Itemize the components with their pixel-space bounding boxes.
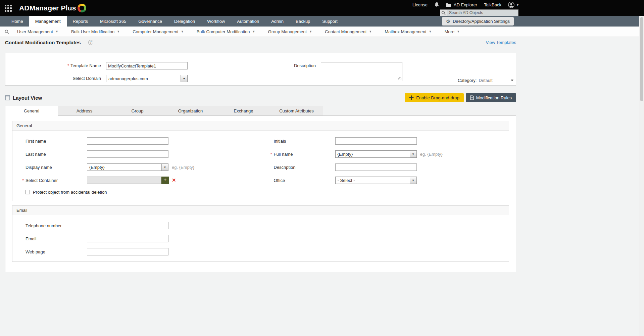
submenu-item-bulk-computer-modification[interactable]: Bulk Computer Modification▼ <box>190 29 262 34</box>
content-area: *Template Name Select Domain admanagerpl… <box>5 53 516 272</box>
chevron-down-icon: ▼ <box>161 164 168 171</box>
nav-tab-support[interactable]: Support <box>316 16 344 27</box>
search-ad-objects-input[interactable] <box>447 9 518 16</box>
tab-address[interactable]: Address <box>58 106 111 115</box>
office-select[interactable]: - Select - ▼ <box>335 177 417 184</box>
telephone-number-label: Telephone number <box>12 223 87 228</box>
initials-input[interactable] <box>335 137 417 145</box>
settings-button-label: Directory/Application Settings <box>453 19 510 24</box>
email-group-header: Email <box>12 206 509 215</box>
tab-custom-attributes[interactable]: Custom Attributes <box>270 106 323 115</box>
submenu-item-computer-management[interactable]: Computer Management▼ <box>126 29 190 34</box>
top-bar: ADManager Plus License AD Explorer TalkB… <box>0 0 644 16</box>
tab-organization[interactable]: Organization <box>164 106 217 115</box>
tab-general[interactable]: General <box>5 106 58 116</box>
chevron-down-icon: ▼ <box>117 30 120 33</box>
page-title: Contact Modification Templates <box>5 40 81 45</box>
add-container-button[interactable]: + <box>161 177 169 184</box>
last-name-label: Last name <box>12 152 87 157</box>
user-avatar-icon[interactable]: ▾ <box>508 2 518 8</box>
resize-grip-icon[interactable] <box>398 77 401 80</box>
nav-tab-governance[interactable]: Governance <box>132 16 168 27</box>
full-name-hint: eg. {Empty} <box>420 152 443 157</box>
display-name-select[interactable]: {Empty} ▼ <box>87 163 168 171</box>
template-form-card: *Template Name Select Domain admanagerpl… <box>5 53 516 86</box>
submenu-item-user-management[interactable]: User Management▼ <box>11 29 65 34</box>
email-input[interactable] <box>87 235 168 242</box>
brand-logo: ADManager Plus <box>19 4 86 12</box>
nav-tab-workflow[interactable]: Workflow <box>201 16 231 27</box>
chevron-down-icon: ▼ <box>181 75 187 82</box>
submenu-item-group-management[interactable]: Group Management▼ <box>262 29 319 34</box>
brand-swirl-icon <box>78 4 86 12</box>
chevron-down-icon: ▼ <box>309 30 312 33</box>
description-field-label: Description <box>261 165 335 170</box>
clear-container-icon[interactable]: ✕ <box>172 177 176 183</box>
nav-tab-reports[interactable]: Reports <box>67 16 94 27</box>
general-group: General First name Initials Last name <box>12 121 509 201</box>
search-icon[interactable] <box>440 9 447 16</box>
chevron-down-icon: ▼ <box>252 30 255 33</box>
general-group-header: General <box>12 121 509 131</box>
tab-group[interactable]: Group <box>111 106 164 115</box>
main-nav: Home Management Reports Microsoft 365 Go… <box>0 16 644 27</box>
nav-tab-management[interactable]: Management <box>29 16 67 27</box>
nav-tab-home[interactable]: Home <box>5 16 29 27</box>
ad-explorer-label: AD Explorer <box>454 2 477 7</box>
category-label: Category: <box>458 78 477 83</box>
last-name-input[interactable] <box>87 150 168 158</box>
select-domain-dropdown[interactable]: admanagerplus.com ▼ <box>106 75 188 82</box>
apps-grid-icon[interactable] <box>5 5 12 12</box>
gear-icon: ⚙ <box>446 19 450 24</box>
description-input[interactable] <box>335 163 417 171</box>
submenu-item-more[interactable]: More▼ <box>438 29 466 34</box>
modification-rules-button[interactable]: Modification Rules <box>466 93 516 102</box>
layout-view-icon <box>5 95 10 100</box>
nav-tab-automation[interactable]: Automation <box>231 16 265 27</box>
office-label: Office <box>261 178 335 183</box>
first-name-input[interactable] <box>87 137 168 145</box>
full-name-select[interactable]: {Empty} ▼ <box>335 150 417 158</box>
chevron-down-icon: ▼ <box>369 30 372 33</box>
category-control[interactable]: Category: Default <box>458 78 513 83</box>
category-value: Default <box>479 78 492 83</box>
protect-object-checkbox[interactable] <box>26 190 30 194</box>
chevron-down-icon: ▼ <box>410 151 416 157</box>
submenu-search-icon[interactable] <box>3 30 11 34</box>
license-link[interactable]: License <box>412 2 428 7</box>
display-name-hint: eg. {Empty} <box>172 165 194 170</box>
nav-tab-admin[interactable]: Admin <box>265 16 290 27</box>
submenu-item-mailbox-management[interactable]: Mailbox Management▼ <box>378 29 438 34</box>
protect-object-label: Protect object from accidental deletion <box>33 190 107 195</box>
telephone-number-input[interactable] <box>87 222 168 229</box>
notification-bell-icon[interactable] <box>434 2 439 7</box>
ad-explorer-link[interactable]: AD Explorer <box>446 2 477 7</box>
move-icon <box>409 95 414 100</box>
full-name-label: *Full name <box>261 152 335 157</box>
nav-tab-microsoft-365[interactable]: Microsoft 365 <box>94 16 132 27</box>
ad-objects-search <box>440 9 518 16</box>
directory-application-settings-button[interactable]: ⚙ Directory/Application Settings <box>442 17 514 26</box>
first-name-label: First name <box>12 139 87 144</box>
select-container-input[interactable] <box>87 177 161 184</box>
talkback-link[interactable]: TalkBack <box>484 2 501 7</box>
select-container-label: *Select Container <box>12 178 87 183</box>
enable-drag-and-drop-button[interactable]: Enable Drag-and-drop <box>405 93 464 102</box>
nav-tab-backup[interactable]: Backup <box>290 16 316 27</box>
submenu-item-bulk-user-modification[interactable]: Bulk User Modification▼ <box>65 29 126 34</box>
nav-tab-delegation[interactable]: Delegation <box>168 16 201 27</box>
chevron-down-icon: ▼ <box>457 30 460 33</box>
user-menu-caret-icon: ▾ <box>517 3 518 7</box>
required-asterisk: * <box>270 152 272 157</box>
chevron-down-icon[interactable] <box>511 80 513 81</box>
template-name-input[interactable] <box>106 62 188 69</box>
tab-exchange[interactable]: Exchange <box>217 106 270 115</box>
description-textarea[interactable] <box>321 62 402 81</box>
submenu-item-contact-management[interactable]: Contact Management▼ <box>318 29 378 34</box>
management-submenu: User Management▼ Bulk User Modification▼… <box>0 27 644 37</box>
scrollbar-thumb[interactable] <box>640 17 643 101</box>
view-templates-link[interactable]: View Templates <box>486 40 516 45</box>
web-page-input[interactable] <box>87 248 168 255</box>
email-label: Email <box>12 236 87 241</box>
help-icon[interactable]: ? <box>88 40 93 45</box>
